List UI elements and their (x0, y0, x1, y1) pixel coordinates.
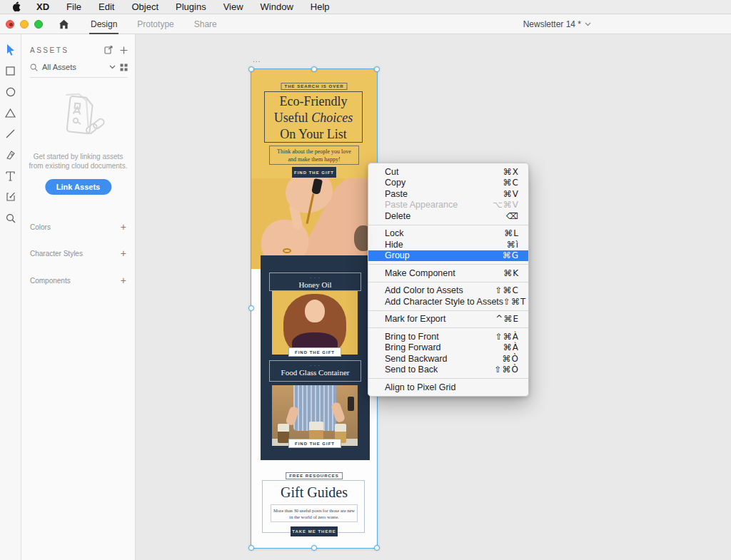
menu-item-cut[interactable]: Cut ⌘X (368, 166, 528, 178)
chevron-down-icon[interactable] (109, 65, 116, 69)
macos-menu-bar: XD File Edit Object Plugins View Window … (0, 0, 731, 14)
assets-panel-title: ASSETS (30, 46, 97, 54)
selection-handle[interactable] (374, 66, 380, 72)
apple-menu-icon[interactable] (0, 1, 28, 12)
selection-handle[interactable] (374, 545, 380, 551)
assets-section-character-styles[interactable]: Character Styles + (30, 248, 126, 259)
menubar-item-plugins[interactable]: Plugins (167, 0, 215, 14)
hero-headline: Eco-Friendly Useful Choices On Your List (264, 91, 363, 143)
add-color-icon[interactable]: + (121, 223, 126, 230)
selection-handle[interactable] (248, 66, 254, 72)
open-cc-libraries-icon[interactable] (104, 46, 113, 54)
menubar-item-help[interactable]: Help (302, 0, 338, 14)
hero-cta-button: FIND THE GIFT (292, 167, 336, 178)
linked-assets-illustration (21, 91, 135, 143)
footer-eyebrow: FREE RESOURCES (286, 472, 343, 479)
menu-item-make-component[interactable]: Make Component ⌘K (368, 268, 528, 279)
minimize-window-button[interactable] (20, 20, 29, 29)
menu-item-delete[interactable]: Delete ⌫ (368, 210, 528, 222)
add-character-style-icon[interactable]: + (121, 250, 126, 257)
zoom-window-button[interactable] (34, 20, 43, 29)
close-window-button[interactable] (6, 20, 14, 29)
menubar-item-edit[interactable]: Edit (90, 0, 123, 14)
grid-view-icon[interactable] (120, 63, 128, 71)
select-arrow-icon (6, 44, 15, 56)
footer-title: Gift Guides (251, 484, 377, 501)
line-tool[interactable] (4, 128, 17, 140)
menu-item-bring-forward[interactable]: Bring Forward ⌘À (368, 342, 528, 354)
canvas[interactable]: ... THE SEARCH IS OVER Eco-Friendly Usef… (136, 34, 731, 560)
hero-subtitle: Think about the people you love and make… (269, 146, 359, 165)
artboard-tool[interactable] (4, 191, 17, 203)
footer-body: More than 30 useful posts for those are … (271, 504, 358, 522)
tab-share[interactable]: Share (184, 14, 227, 34)
add-component-icon[interactable]: + (121, 277, 126, 284)
menubar-item-object[interactable]: Object (123, 0, 167, 14)
artboard-name[interactable]: ... (253, 56, 261, 63)
assets-section-colors[interactable]: Colors + (30, 221, 126, 233)
text-tool[interactable] (4, 170, 17, 182)
adobe-xd-window: XD File Edit Object Plugins View Window … (0, 0, 731, 560)
tab-prototype[interactable]: Prototype (127, 14, 183, 34)
menu-item-send-backward[interactable]: Send Backward ⌘Ò (368, 353, 528, 365)
menu-item-group[interactable]: Group ⌘G (368, 250, 528, 262)
menu-item-copy[interactable]: Copy ⌘C (368, 178, 528, 189)
app-toolbar: Design Prototype Share Newsletter 14 * (0, 14, 731, 34)
product-cta-button: FIND THE GIFT (288, 439, 341, 448)
select-tool[interactable] (4, 44, 17, 56)
assets-filter-value: All Assets (42, 63, 105, 71)
product-cta-button: FIND THE GIFT (288, 347, 341, 357)
product-title-food-glass-container: · · · Food Glass Container (269, 360, 361, 382)
window-controls (0, 20, 53, 29)
artboard-icon (6, 192, 16, 202)
zoom-tool[interactable] (4, 212, 17, 224)
line-icon (6, 129, 15, 138)
menu-item-paste-appearance[interactable]: Paste Appearance ⌥⌘V (368, 200, 528, 211)
assets-empty-message: Get started by linking assets from exist… (29, 152, 128, 170)
menu-item-add-color-to-assets[interactable]: Add Color to Assets ⇧⌘C (368, 285, 528, 297)
chevron-down-icon (585, 22, 591, 26)
tool-strip (0, 34, 21, 560)
products-section: · · · Honey Oil FIND THE GIFT · · · Food… (261, 255, 370, 460)
menu-item-lock[interactable]: Lock ⌘L (368, 228, 528, 240)
assets-search[interactable]: All Assets (30, 63, 128, 71)
menubar-item-xd[interactable]: XD (28, 0, 58, 14)
menu-item-bring-to-front[interactable]: Bring to Front ⇧⌘À (368, 331, 528, 342)
menu-item-send-to-back[interactable]: Send to Back ⇧⌘Ò (368, 365, 528, 376)
glass-jars-photo (272, 385, 358, 446)
assets-section-components[interactable]: Components + (30, 275, 126, 286)
menubar-item-window[interactable]: Window (252, 0, 302, 14)
woman-portrait-photo (272, 291, 358, 355)
menu-item-add-character-style-to-assets[interactable]: Add Character Style to Assets ⇧⌘T (368, 296, 528, 307)
ellipse-tool[interactable] (4, 86, 17, 98)
rectangle-icon (6, 66, 15, 76)
add-asset-icon[interactable] (120, 46, 128, 54)
newsletter-artboard[interactable]: THE SEARCH IS OVER Eco-Friendly Useful C… (251, 69, 377, 548)
menu-item-align-to-pixel-grid[interactable]: Align to Pixel Grid (368, 382, 528, 393)
menu-item-hide[interactable]: Hide ⌘ì (368, 239, 528, 250)
polygon-tool[interactable] (4, 107, 17, 119)
magnifier-icon (6, 213, 16, 223)
menubar-item-file[interactable]: File (58, 0, 90, 14)
menu-item-paste[interactable]: Paste ⌘V (368, 188, 528, 200)
search-icon (30, 63, 38, 71)
product-title-honey-oil: · · · Honey Oil (269, 273, 361, 291)
selection-handle[interactable] (311, 545, 317, 551)
document-title[interactable]: Newsletter 14 * (523, 14, 591, 34)
footer-cta-button: TAKE ME THERE (291, 526, 338, 536)
selection-handle[interactable] (248, 305, 254, 311)
home-icon[interactable] (53, 19, 81, 29)
pen-tool[interactable] (4, 149, 17, 161)
selection-handle[interactable] (248, 545, 254, 551)
menu-item-mark-for-export[interactable]: Mark for Export ^⌘E (368, 314, 528, 325)
menubar-item-view[interactable]: View (215, 0, 252, 14)
tab-design[interactable]: Design (81, 14, 127, 34)
link-assets-button[interactable]: Link Assets (45, 179, 111, 195)
rectangle-tool[interactable] (4, 65, 17, 77)
triangle-icon (5, 108, 16, 118)
hero-section: THE SEARCH IS OVER Eco-Friendly Useful C… (251, 69, 377, 269)
pen-icon (6, 150, 16, 160)
ellipse-icon (6, 87, 16, 97)
selection-handle[interactable] (311, 66, 317, 72)
context-menu: Cut ⌘X Copy ⌘C Paste ⌘V Paste Appearance… (368, 163, 529, 397)
